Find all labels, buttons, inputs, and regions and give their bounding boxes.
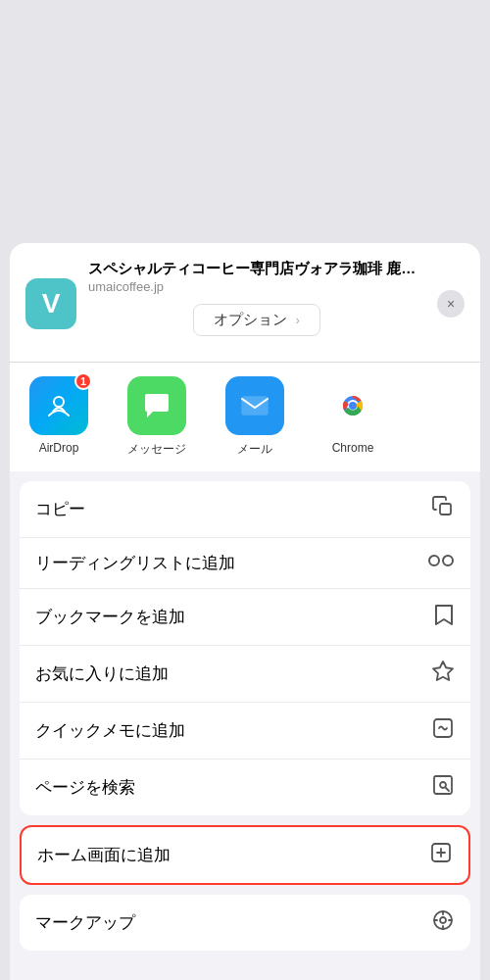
menu-item-quick-note[interactable]: クイックメモに追加 <box>20 703 470 760</box>
svg-point-6 <box>429 556 439 565</box>
mail-label: メール <box>237 441 272 458</box>
share-item-airdrop[interactable]: 1 AirDrop <box>10 376 108 458</box>
markup-icon <box>431 908 455 937</box>
menu-item-reading[interactable]: リーディングリストに追加 <box>20 538 470 589</box>
star-icon <box>431 660 455 688</box>
bookmark-icon <box>433 603 455 631</box>
add-square-icon <box>429 841 453 869</box>
note-icon <box>431 716 455 745</box>
menu-item-copy[interactable]: コピー <box>20 481 470 538</box>
message-icon <box>127 376 186 435</box>
page-url: umaicoffee.jp <box>88 279 425 294</box>
copy-icon <box>431 495 455 523</box>
svg-rect-1 <box>242 397 268 415</box>
reading-label: リーディングリストに追加 <box>35 552 235 574</box>
options-button[interactable]: オプション › <box>193 304 320 336</box>
mail-icon <box>225 376 284 435</box>
menu-item-bookmark[interactable]: ブックマークを追加 <box>20 589 470 646</box>
options-label: オプション <box>214 311 287 327</box>
app-icon-letter: V <box>42 288 61 319</box>
share-item-message[interactable]: メッセージ <box>108 376 206 458</box>
message-label: メッセージ <box>127 441 186 458</box>
svg-point-17 <box>440 917 446 923</box>
share-row: 1 AirDrop メッセージ <box>10 363 480 471</box>
bookmark-label: ブックマークを追加 <box>35 606 185 628</box>
chrome-label: Chrome <box>332 441 374 455</box>
copy-label: コピー <box>35 498 85 520</box>
favorites-label: お気に入りに追加 <box>35 662 169 685</box>
svg-point-4 <box>349 402 357 410</box>
page-title: スペシャルティコーヒー専門店ヴォアラ珈琲 鹿… <box>88 259 425 278</box>
airdrop-badge: 1 <box>74 372 92 390</box>
svg-rect-5 <box>440 504 451 514</box>
menu-section: コピー リーディングリストに追加 ブックマークを追加 <box>20 481 470 815</box>
quick-note-label: クイックメモに追加 <box>35 719 185 742</box>
menu-section-home: ホーム画面に追加 <box>20 825 470 885</box>
menu-item-markup[interactable]: マークアップ <box>20 895 470 951</box>
airdrop-label: AirDrop <box>39 441 79 455</box>
close-button[interactable]: × <box>437 290 465 318</box>
svg-point-0 <box>54 397 64 407</box>
find-icon <box>431 773 455 802</box>
share-sheet: V スペシャルティコーヒー専門店ヴォアラ珈琲 鹿… umaicoffee.jp … <box>10 243 480 981</box>
menu-section-markup: マークアップ <box>20 895 470 951</box>
svg-marker-8 <box>433 662 453 680</box>
home-screen-label: ホーム画面に追加 <box>37 844 171 866</box>
app-icon: V <box>25 278 76 329</box>
menu-item-find[interactable]: ページを検索 <box>20 760 470 815</box>
menu-item-favorites[interactable]: お気に入りに追加 <box>20 646 470 703</box>
share-item-chrome[interactable]: Chrome <box>304 376 402 458</box>
svg-point-11 <box>440 782 446 788</box>
header-info: スペシャルティコーヒー専門店ヴォアラ珈琲 鹿… umaicoffee.jp オプ… <box>88 259 425 351</box>
svg-line-12 <box>446 788 449 791</box>
find-label: ページを検索 <box>35 776 135 799</box>
markup-label: マークアップ <box>35 911 135 934</box>
menu-item-home-screen[interactable]: ホーム画面に追加 <box>22 827 468 883</box>
share-item-mail[interactable]: メール <box>206 376 304 458</box>
reading-icon <box>427 552 455 574</box>
options-chevron-icon: › <box>295 313 299 327</box>
svg-point-7 <box>443 556 453 565</box>
chrome-icon <box>323 376 382 435</box>
header: V スペシャルティコーヒー専門店ヴォアラ珈琲 鹿… umaicoffee.jp … <box>10 243 480 363</box>
